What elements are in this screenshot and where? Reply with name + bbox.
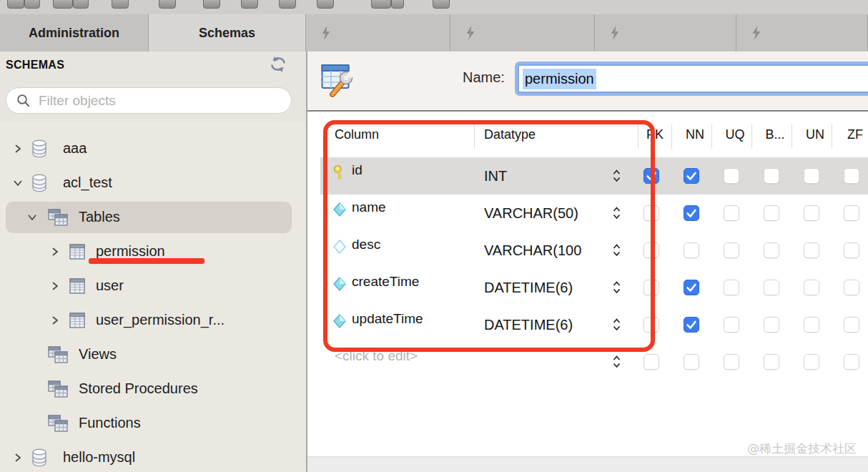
chevron-right-icon[interactable]: [50, 281, 60, 291]
tree-item-functions[interactable]: Functions: [0, 406, 306, 441]
datatype-cell[interactable]: INT: [484, 168, 610, 185]
datatype-stepper-icon[interactable]: [612, 354, 621, 370]
chevron-right-icon[interactable]: [13, 453, 23, 463]
column-row-id[interactable]: idINT: [320, 157, 868, 195]
uq-checkbox[interactable]: [724, 168, 739, 184]
nn-checkbox[interactable]: [684, 317, 699, 333]
tree-item-aaa[interactable]: aaa: [0, 132, 306, 166]
toolbar-button-partial-icon[interactable]: [371, 0, 391, 9]
datatype-stepper-icon[interactable]: [612, 168, 621, 184]
uq-checkbox[interactable]: [724, 242, 739, 258]
tree-item-permission[interactable]: permission: [0, 235, 306, 269]
column-name-cell[interactable]: desc: [352, 237, 380, 252]
tab-query-2[interactable]: [450, 14, 595, 51]
zf-checkbox[interactable]: [844, 280, 859, 295]
b-checkbox[interactable]: [764, 354, 779, 370]
nn-checkbox[interactable]: [684, 280, 699, 295]
tab-administration[interactable]: Administration: [0, 14, 149, 51]
uq-checkbox[interactable]: [724, 280, 739, 295]
pk-checkbox[interactable]: [643, 242, 659, 258]
column-name-cell[interactable]: id: [352, 162, 363, 178]
refresh-icon[interactable]: [269, 56, 287, 73]
un-checkbox[interactable]: [804, 317, 819, 333]
pk-checkbox[interactable]: [643, 168, 659, 184]
un-checkbox[interactable]: [804, 168, 819, 184]
table-name-input[interactable]: permission: [518, 64, 868, 93]
toolbar-button-partial-icon[interactable]: [433, 0, 450, 9]
toolbar-button-partial-icon[interactable]: [112, 0, 129, 9]
pk-checkbox[interactable]: [643, 317, 659, 333]
column-name-cell[interactable]: createTime: [352, 274, 419, 290]
nn-checkbox[interactable]: [684, 354, 699, 370]
zf-checkbox[interactable]: [844, 168, 859, 184]
datatype-cell[interactable]: VARCHAR(100: [484, 242, 610, 259]
un-checkbox[interactable]: [804, 242, 819, 258]
chevron-down-icon[interactable]: [13, 178, 23, 188]
un-checkbox[interactable]: [804, 205, 819, 221]
b-checkbox[interactable]: [764, 168, 779, 184]
nn-checkbox[interactable]: [684, 168, 699, 184]
tab-query-3[interactable]: [595, 14, 736, 51]
datatype-stepper-icon[interactable]: [612, 280, 621, 295]
pk-checkbox[interactable]: [643, 280, 659, 295]
toolbar-button-partial-icon[interactable]: [317, 0, 334, 9]
chevron-right-icon[interactable]: [50, 247, 60, 257]
datatype-stepper-icon[interactable]: [612, 317, 621, 333]
zf-checkbox[interactable]: [844, 242, 859, 258]
uq-checkbox[interactable]: [724, 205, 739, 221]
b-checkbox[interactable]: [764, 205, 779, 221]
un-checkbox[interactable]: [804, 280, 819, 295]
column-row-desc[interactable]: descVARCHAR(100: [320, 232, 868, 269]
tab-query-1[interactable]: [306, 14, 450, 51]
datatype-cell[interactable]: DATETIME(6): [484, 280, 610, 296]
toolbar-button-partial-icon[interactable]: [279, 0, 296, 9]
uq-checkbox[interactable]: [724, 317, 739, 333]
toolbar-button-partial-icon[interactable]: [73, 0, 89, 9]
tree-item-tables[interactable]: Tables: [0, 200, 306, 235]
nn-checkbox[interactable]: [684, 205, 699, 221]
tab-query-4[interactable]: [736, 14, 868, 51]
toolbar-button-partial-icon[interactable]: [24, 0, 40, 9]
column-name-cell[interactable]: name: [352, 200, 386, 215]
column-row-placeholder[interactable]: <click to edit>: [320, 343, 868, 380]
chevron-right-icon[interactable]: [13, 144, 23, 154]
toolbar-button-partial-icon[interactable]: [203, 0, 220, 9]
tree-item-views[interactable]: Views: [0, 338, 306, 372]
tree-item-stored-procedures[interactable]: Stored Procedures: [0, 372, 306, 406]
tree-item-hello-mysql[interactable]: hello-mysql: [0, 441, 306, 472]
datatype-stepper-icon[interactable]: [612, 205, 621, 221]
column-row-createTime[interactable]: createTimeDATETIME(6): [320, 269, 868, 306]
uq-checkbox[interactable]: [724, 354, 739, 370]
tree-item-acl-test[interactable]: acl_test: [0, 166, 306, 200]
column-row-updateTime[interactable]: updateTimeDATETIME(6): [320, 306, 868, 343]
b-checkbox[interactable]: [764, 317, 779, 333]
column-name-cell[interactable]: updateTime: [352, 311, 423, 327]
column-name-cell[interactable]: <click to edit>: [335, 348, 418, 364]
column-row-name[interactable]: nameVARCHAR(50): [320, 195, 868, 232]
header-separator: [832, 124, 832, 149]
tab-schemas[interactable]: Schemas: [149, 14, 306, 51]
toolbar-button-partial-icon[interactable]: [53, 0, 73, 9]
b-checkbox[interactable]: [764, 242, 779, 258]
tree-item-user-permission-r-[interactable]: user_permission_r...: [0, 303, 306, 338]
tree-item-user[interactable]: user: [0, 269, 306, 303]
pk-checkbox[interactable]: [643, 354, 659, 370]
toolbar-button-partial-icon[interactable]: [241, 0, 258, 9]
toolbar-button-partial-icon[interactable]: [159, 0, 176, 9]
un-checkbox[interactable]: [804, 354, 819, 370]
toolbar-button-partial-icon[interactable]: [7, 0, 24, 9]
datatype-cell[interactable]: VARCHAR(50): [484, 205, 610, 222]
filter-objects-input[interactable]: [37, 92, 276, 109]
toolbar-button-partial-icon[interactable]: [391, 0, 404, 9]
zf-checkbox[interactable]: [844, 317, 859, 333]
nn-checkbox[interactable]: [684, 242, 699, 258]
zf-checkbox[interactable]: [844, 354, 859, 370]
chevron-right-icon[interactable]: [50, 315, 60, 325]
datatype-stepper-icon[interactable]: [612, 242, 621, 258]
name-label: Name:: [463, 69, 505, 86]
b-checkbox[interactable]: [764, 280, 779, 295]
pk-checkbox[interactable]: [643, 205, 659, 221]
zf-checkbox[interactable]: [844, 205, 859, 221]
datatype-cell[interactable]: DATETIME(6): [484, 317, 610, 333]
chevron-down-icon[interactable]: [27, 212, 37, 222]
